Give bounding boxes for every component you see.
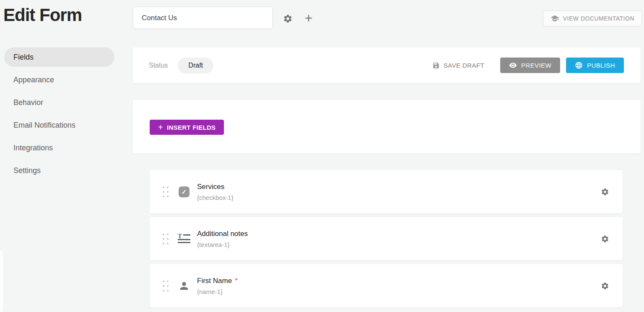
publish-label: PUBLISH bbox=[587, 62, 615, 69]
status-bar: Status Draft SAVE DRAFT PREVIEW PUBLISH bbox=[133, 47, 641, 83]
save-draft-label: SAVE DRAFT bbox=[444, 62, 484, 69]
field-text: Services {checkbox-1} bbox=[197, 183, 234, 201]
plus-icon: + bbox=[305, 11, 313, 25]
field-row-checkbox[interactable]: ✓ Services {checkbox-1} bbox=[150, 170, 623, 213]
insert-fields-panel: + INSERT FIELDS bbox=[133, 100, 641, 153]
field-text: First Name* {name-1} bbox=[197, 277, 238, 295]
publish-button[interactable]: PUBLISH bbox=[566, 58, 624, 73]
insert-fields-label: INSERT FIELDS bbox=[167, 124, 216, 131]
sidebar-item-integrations[interactable]: Integrations bbox=[4, 138, 114, 157]
drag-handle-icon[interactable] bbox=[163, 233, 169, 244]
sidebar-item-label: Settings bbox=[13, 166, 41, 175]
field-settings-button[interactable] bbox=[601, 282, 609, 290]
preview-button[interactable]: PREVIEW bbox=[500, 58, 560, 73]
save-icon bbox=[432, 62, 440, 69]
field-label: First Name bbox=[197, 277, 232, 285]
eye-icon bbox=[509, 61, 517, 69]
insert-fields-button[interactable]: + INSERT FIELDS bbox=[150, 120, 224, 135]
sidebar-item-email-notifications[interactable]: Email Notifications bbox=[4, 115, 114, 135]
sidebar-item-appearance[interactable]: Appearance bbox=[4, 70, 114, 89]
field-row-textarea[interactable]: T Additional notes {textarea-1} bbox=[150, 217, 623, 260]
sidebar-item-label: Fields bbox=[13, 53, 34, 62]
drag-handle-icon[interactable] bbox=[163, 186, 169, 197]
gear-icon bbox=[601, 235, 609, 243]
field-settings-button[interactable] bbox=[601, 188, 609, 196]
field-label: Additional notes bbox=[197, 230, 248, 238]
view-documentation-button[interactable]: VIEW DOCUMENTATION bbox=[543, 10, 642, 26]
check-icon: ✓ bbox=[182, 188, 187, 196]
view-documentation-label: VIEW DOCUMENTATION bbox=[563, 15, 634, 22]
sidebar: Fields Appearance Behavior Email Notific… bbox=[4, 47, 114, 184]
field-row-name[interactable]: First Name* {name-1} bbox=[150, 264, 623, 307]
save-draft-button[interactable]: SAVE DRAFT bbox=[432, 62, 484, 69]
left-edge-panel bbox=[0, 251, 3, 312]
status-label: Status bbox=[149, 62, 168, 69]
sidebar-item-label: Appearance bbox=[13, 76, 54, 84]
person-icon bbox=[177, 280, 191, 292]
sidebar-item-label: Email Notifications bbox=[13, 121, 75, 130]
sidebar-item-fields[interactable]: Fields bbox=[4, 47, 114, 67]
gear-icon bbox=[283, 14, 293, 24]
field-tag: {textarea-1} bbox=[197, 241, 251, 248]
add-form-button[interactable]: + bbox=[301, 10, 316, 26]
plus-icon: + bbox=[158, 123, 163, 131]
field-label: Services bbox=[197, 183, 224, 191]
sidebar-item-settings[interactable]: Settings bbox=[4, 161, 114, 180]
sidebar-item-label: Behavior bbox=[13, 98, 43, 107]
textarea-icon: T bbox=[177, 234, 191, 244]
graduation-cap-icon bbox=[551, 14, 559, 23]
globe-icon bbox=[575, 61, 583, 69]
field-tag: {name-1} bbox=[197, 288, 238, 295]
page-title: Edit Form bbox=[3, 5, 82, 25]
checkbox-icon: ✓ bbox=[177, 186, 191, 197]
edit-form-page: Edit Form + VIEW DOCUMENTATION Fields Ap… bbox=[0, 0, 644, 312]
gear-icon bbox=[601, 282, 609, 290]
gear-icon bbox=[601, 188, 609, 196]
drag-handle-icon[interactable] bbox=[163, 281, 169, 291]
preview-label: PREVIEW bbox=[521, 62, 551, 69]
form-settings-button[interactable] bbox=[281, 12, 294, 25]
field-text: Additional notes {textarea-1} bbox=[197, 230, 251, 248]
status-badge: Draft bbox=[178, 58, 213, 73]
form-name-input[interactable] bbox=[133, 7, 273, 29]
field-tag: {checkbox-1} bbox=[197, 194, 234, 201]
required-mark: * bbox=[235, 277, 238, 285]
field-settings-button[interactable] bbox=[601, 235, 609, 243]
sidebar-item-behavior[interactable]: Behavior bbox=[4, 93, 114, 112]
sidebar-item-label: Integrations bbox=[13, 144, 53, 152]
